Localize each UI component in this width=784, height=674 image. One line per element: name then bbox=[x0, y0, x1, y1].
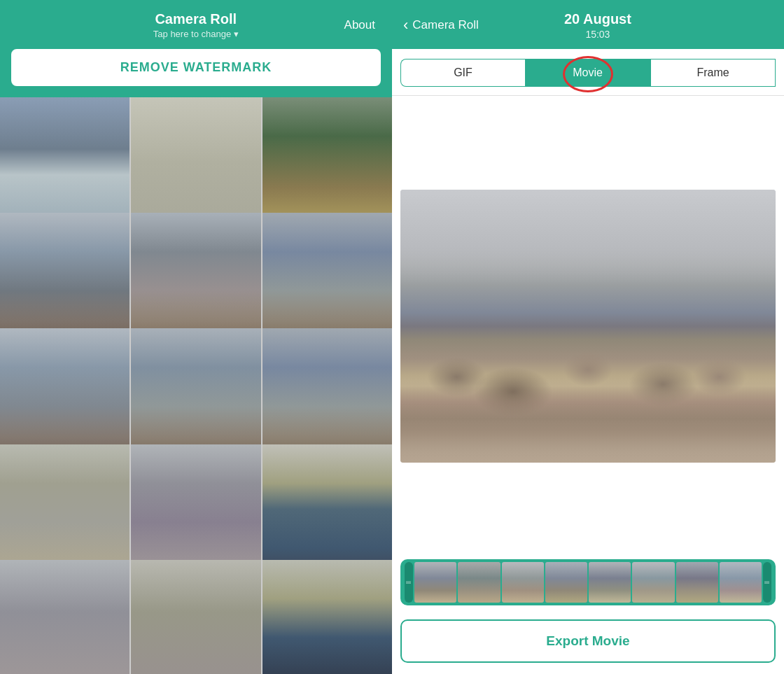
photo-cell[interactable] bbox=[0, 560, 130, 674]
left-header-center: Camera Roll Tap here to change ▾ bbox=[53, 11, 339, 39]
timeline-frame bbox=[589, 562, 631, 603]
watermark-bar: REMOVE WATERMARK bbox=[0, 49, 392, 97]
photo-cell[interactable] bbox=[0, 444, 130, 574]
header-time: 15:03 bbox=[479, 29, 717, 40]
timeline-left-handle[interactable] bbox=[405, 562, 413, 603]
right-header: ‹ Camera Roll 20 August 15:03 bbox=[392, 0, 784, 49]
remove-watermark-button[interactable]: REMOVE WATERMARK bbox=[11, 49, 381, 86]
left-subtitle[interactable]: Tap here to change ▾ bbox=[53, 29, 339, 39]
photo-cell[interactable] bbox=[131, 328, 260, 458]
tab-gif[interactable]: GIF bbox=[400, 59, 525, 87]
timeline-frame bbox=[414, 562, 456, 603]
export-area: Export Movie bbox=[392, 612, 784, 674]
preview-area bbox=[392, 96, 784, 555]
timeline-frames bbox=[414, 562, 762, 603]
timeline-frame bbox=[632, 562, 674, 603]
photo-cell[interactable] bbox=[262, 328, 392, 458]
about-button[interactable]: About bbox=[339, 15, 381, 35]
tab-movie[interactable]: Movie bbox=[525, 59, 650, 87]
right-header-center: 20 August 15:03 bbox=[479, 11, 717, 40]
left-header: Camera Roll Tap here to change ▾ About bbox=[0, 0, 392, 49]
photo-cell[interactable] bbox=[0, 328, 130, 458]
back-chevron-icon: ‹ bbox=[403, 16, 408, 34]
export-movie-button[interactable]: Export Movie bbox=[400, 619, 776, 663]
right-panel: ‹ Camera Roll 20 August 15:03 GIF Movie … bbox=[392, 0, 784, 674]
photo-cell[interactable] bbox=[131, 213, 260, 342]
photo-cell[interactable] bbox=[262, 213, 392, 342]
photo-cell[interactable] bbox=[262, 97, 392, 227]
tabs-bar: GIF Movie Frame bbox=[392, 49, 784, 96]
photo-cell[interactable] bbox=[131, 560, 260, 674]
timeline-right-handle[interactable] bbox=[763, 562, 771, 603]
left-panel: Camera Roll Tap here to change ▾ About R… bbox=[0, 0, 392, 674]
timeline-frame bbox=[720, 562, 762, 603]
left-title: Camera Roll bbox=[53, 11, 339, 27]
timeline-strip[interactable] bbox=[400, 559, 776, 605]
photo-grid bbox=[0, 97, 392, 674]
timeline-frame bbox=[676, 562, 718, 603]
photo-cell[interactable] bbox=[262, 560, 392, 674]
photo-cell[interactable] bbox=[262, 444, 392, 574]
timeline-area bbox=[392, 555, 784, 612]
timeline-frame bbox=[545, 562, 587, 603]
tab-frame[interactable]: Frame bbox=[650, 59, 776, 87]
timeline-frame bbox=[458, 562, 500, 603]
back-button[interactable]: ‹ Camera Roll bbox=[403, 16, 479, 34]
header-date: 20 August bbox=[479, 11, 717, 27]
back-label: Camera Roll bbox=[412, 18, 478, 32]
photo-cell[interactable] bbox=[0, 97, 130, 227]
photo-cell[interactable] bbox=[131, 97, 260, 227]
photo-cell[interactable] bbox=[131, 444, 260, 574]
timeline-frame bbox=[502, 562, 544, 603]
rock-layer bbox=[400, 272, 776, 422]
preview-image bbox=[400, 190, 776, 463]
photo-cell[interactable] bbox=[0, 213, 130, 342]
